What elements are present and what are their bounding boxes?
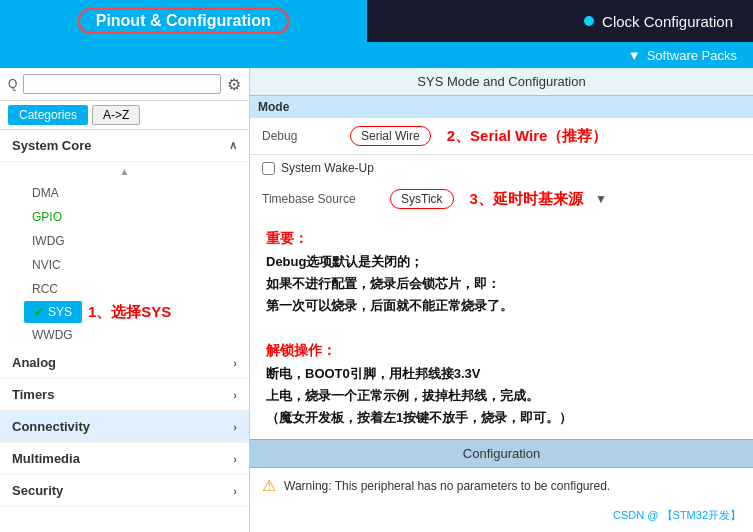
annotation-3-text: 3、延时时基来源 bbox=[470, 190, 583, 209]
mode-section: Mode bbox=[250, 96, 753, 118]
info-block: 重要： Debug选项默认是关闭的； 如果不进行配置，烧录后会锁芯片，即： 第一… bbox=[250, 217, 753, 439]
timebase-value[interactable]: SysTick bbox=[390, 189, 454, 209]
timebase-dropdown-icon[interactable]: ▼ bbox=[595, 192, 607, 206]
wake-label: System Wake-Up bbox=[281, 161, 374, 175]
software-packs-label: Software Packs bbox=[647, 48, 737, 63]
sidebar: Q ⚙ Categories A->Z System Core ∧ ▲ DMA … bbox=[0, 68, 250, 532]
analog-chevron-icon: › bbox=[233, 357, 237, 369]
search-bar: Q ⚙ bbox=[0, 68, 249, 101]
tab-categories[interactable]: Categories bbox=[8, 105, 88, 125]
security-chevron-icon: › bbox=[233, 485, 237, 497]
debug-row: Debug Serial Wire 2、Serial Wire（推荐） bbox=[250, 118, 753, 155]
scroll-up-icon: ▲ bbox=[120, 166, 130, 177]
warning-row: ⚠ Warning: This peripheral has no parame… bbox=[250, 468, 753, 503]
connectivity-section-header[interactable]: Connectivity › bbox=[0, 411, 249, 443]
multimedia-label: Multimedia bbox=[12, 451, 80, 466]
system-core-header[interactable]: System Core ∧ bbox=[0, 130, 249, 162]
debug-label: Debug bbox=[262, 129, 342, 143]
system-core-section: System Core ∧ ▲ DMA GPIO IWDG NVIC RCC ✔… bbox=[0, 130, 249, 347]
search-label: Q bbox=[8, 77, 17, 91]
timers-section-header[interactable]: Timers › bbox=[0, 379, 249, 411]
sidebar-item-wwdg[interactable]: WWDG bbox=[24, 323, 249, 347]
system-core-items: DMA GPIO IWDG NVIC RCC ✔ SYS 1、选择SYS WWD… bbox=[0, 181, 249, 347]
security-section-header[interactable]: Security › bbox=[0, 475, 249, 507]
timebase-row: Timebase Source SysTick 3、延时时基来源 ▼ bbox=[250, 181, 753, 217]
sidebar-item-rcc[interactable]: RCC bbox=[24, 277, 249, 301]
clock-config-tab[interactable]: Clock Configuration bbox=[367, 0, 754, 42]
info-line-4: 断电，BOOT0引脚，用杜邦线接3.3V bbox=[266, 363, 737, 385]
watermark: CSDN @ 【STM32开发】 bbox=[250, 503, 753, 527]
connectivity-label: Connectivity bbox=[12, 419, 90, 434]
search-input[interactable] bbox=[23, 74, 221, 94]
info-line-5: 上电，烧录一个正常示例，拔掉杜邦线，完成。 bbox=[266, 385, 737, 407]
tab-az[interactable]: A->Z bbox=[92, 105, 140, 125]
info-line-1: Debug选项默认是关闭的； bbox=[266, 251, 737, 273]
info-line-6: （魔女开发板，按着左1按键不放手，烧录，即可。） bbox=[266, 407, 737, 429]
pinout-config-tab[interactable]: Pinout & Configuration bbox=[0, 0, 367, 42]
warning-icon: ⚠ bbox=[262, 476, 276, 495]
sub-header: ▼ Software Packs bbox=[0, 42, 753, 68]
debug-value[interactable]: Serial Wire bbox=[350, 126, 431, 146]
gear-icon[interactable]: ⚙ bbox=[227, 75, 241, 94]
wake-checkbox[interactable] bbox=[262, 162, 275, 175]
timers-chevron-icon: › bbox=[233, 389, 237, 401]
system-core-label: System Core bbox=[12, 138, 91, 153]
pinout-config-title: Pinout & Configuration bbox=[78, 8, 289, 34]
multimedia-chevron-icon: › bbox=[233, 453, 237, 465]
sidebar-tabs: Categories A->Z bbox=[0, 101, 249, 130]
config-section-header: Configuration bbox=[250, 439, 753, 468]
timers-label: Timers bbox=[12, 387, 54, 402]
mode-label: Mode bbox=[258, 100, 289, 114]
analog-label: Analog bbox=[12, 355, 56, 370]
info-important-2: 解锁操作： bbox=[266, 339, 737, 363]
sidebar-item-iwdg[interactable]: IWDG bbox=[24, 229, 249, 253]
timebase-label: Timebase Source bbox=[262, 192, 382, 206]
security-label: Security bbox=[12, 483, 63, 498]
sidebar-item-dma[interactable]: DMA bbox=[24, 181, 249, 205]
connectivity-chevron-icon: › bbox=[233, 421, 237, 433]
annotation-1-text: 1、选择SYS bbox=[88, 303, 171, 322]
sys-mode-title: SYS Mode and Configuration bbox=[417, 74, 585, 89]
annotation-2-text: 2、Serial Wire（推荐） bbox=[447, 127, 608, 146]
check-icon: ✔ bbox=[34, 305, 44, 319]
info-line-3: 第一次可以烧录，后面就不能正常烧录了。 bbox=[266, 295, 737, 317]
scroll-indicator: ▲ bbox=[0, 162, 249, 181]
info-important-1: 重要： bbox=[266, 227, 737, 251]
clock-dot-icon bbox=[584, 16, 594, 26]
multimedia-section-header[interactable]: Multimedia › bbox=[0, 443, 249, 475]
wake-row: System Wake-Up bbox=[250, 155, 753, 181]
sys-mode-header: SYS Mode and Configuration bbox=[250, 68, 753, 96]
sidebar-item-sys-label: SYS bbox=[48, 305, 72, 319]
sidebar-item-nvic[interactable]: NVIC bbox=[24, 253, 249, 277]
sidebar-item-gpio[interactable]: GPIO bbox=[24, 205, 249, 229]
config-section-label: Configuration bbox=[463, 446, 540, 461]
clock-config-title: Clock Configuration bbox=[602, 13, 733, 30]
sidebar-item-sys[interactable]: ✔ SYS bbox=[24, 301, 82, 323]
chevron-icon: ∧ bbox=[229, 139, 237, 152]
main-content: SYS Mode and Configuration Mode Debug Se… bbox=[250, 68, 753, 532]
chevron-down-icon: ▼ bbox=[628, 48, 641, 63]
info-line-2: 如果不进行配置，烧录后会锁芯片，即： bbox=[266, 273, 737, 295]
analog-section-header[interactable]: Analog › bbox=[0, 347, 249, 379]
watermark-text: CSDN @ 【STM32开发】 bbox=[613, 509, 741, 521]
warning-text: Warning: This peripheral has no paramete… bbox=[284, 479, 610, 493]
